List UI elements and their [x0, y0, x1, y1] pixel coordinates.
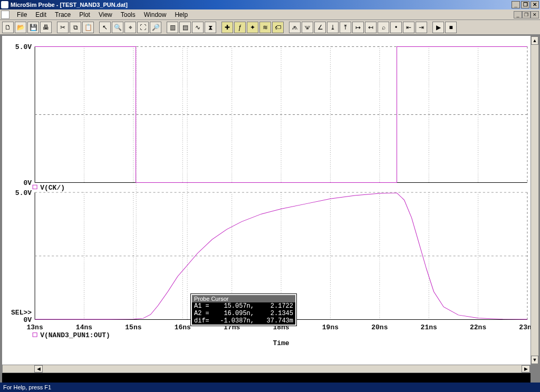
horizontal-scrollbar[interactable]: ◀ ▶: [2, 365, 531, 373]
toolbar-file-open[interactable]: 📂: [15, 22, 26, 33]
toolbar-print[interactable]: 🖶: [40, 22, 52, 33]
window-title: MicroSim Probe - [TEST_NAND3_PUN.dat]: [11, 2, 512, 8]
toolbar-cur-max[interactable]: ⤒: [340, 22, 351, 33]
scroll-down-icon[interactable]: ▼: [531, 356, 538, 364]
probe-cursor-title[interactable]: Probe Cursor: [192, 295, 295, 302]
toolbar-zoom-area[interactable]: ⌖: [124, 22, 136, 33]
doc-restore-button[interactable]: ❐: [522, 11, 531, 18]
probe-cursor-panel[interactable]: Probe Cursor A1 =15.057n,2.1722 A2 =16.0…: [191, 294, 296, 326]
toolbar-cur-peak[interactable]: ⩕: [289, 22, 301, 33]
toolbar-zoom-in[interactable]: 🔍: [112, 22, 123, 33]
toolbar-zoom-fit[interactable]: ⛶: [137, 22, 149, 33]
toolbar-cur-prev[interactable]: ↤: [365, 22, 377, 33]
chart-area[interactable]: 13ns14ns15ns16ns17ns18ns19ns20ns21ns22ns…: [2, 36, 531, 365]
svg-text:15ns: 15ns: [125, 325, 141, 331]
svg-text:Time: Time: [273, 340, 289, 347]
toolbar-trace-eval[interactable]: ƒ: [234, 22, 246, 33]
toolbar-cur-end[interactable]: ⇥: [416, 22, 427, 33]
svg-text:5.0V: 5.0V: [15, 44, 32, 51]
svg-text:22ns: 22ns: [470, 325, 486, 331]
toolbar-zoom-out[interactable]: 🔎: [150, 22, 161, 33]
svg-text:5.0V: 5.0V: [15, 190, 32, 197]
status-text: For Help, press F1: [3, 384, 51, 390]
toolbar-fft[interactable]: ∿: [192, 22, 204, 33]
doc-window-controls: _ ❐ ✕: [514, 11, 539, 18]
toolbar-cur-next[interactable]: ↦: [352, 22, 364, 33]
svg-rect-39: [33, 185, 37, 189]
close-button[interactable]: ✕: [531, 1, 539, 8]
toolbar-perf[interactable]: ⧗: [205, 22, 216, 33]
menubar: File Edit Trace Plot View Tools Window H…: [0, 9, 540, 20]
workspace: 13ns14ns15ns16ns17ns18ns19ns20ns21ns22ns…: [0, 35, 540, 383]
svg-rect-49: [33, 333, 37, 337]
svg-text:16ns: 16ns: [175, 325, 191, 331]
probe-cursor-row-a1: A1 =15.057n,2.1722: [192, 302, 295, 310]
doc-icon: [1, 11, 9, 19]
scroll-left-icon[interactable]: ◀: [34, 365, 43, 373]
minimize-button[interactable]: _: [512, 1, 520, 8]
toolbar-trace-avg[interactable]: ≋: [259, 22, 271, 33]
toolbar-sim-run[interactable]: ▶: [432, 22, 444, 33]
toolbar-cur-min[interactable]: ⤓: [327, 22, 339, 33]
svg-text:0V: 0V: [23, 180, 32, 187]
svg-text:V(NAND3_PUN1:OUT): V(NAND3_PUN1:OUT): [40, 332, 110, 339]
statusbar: For Help, press F1: [0, 383, 540, 392]
toolbar-trace-add[interactable]: ✚: [221, 22, 233, 33]
menu-help[interactable]: Help: [170, 10, 192, 19]
menu-trace[interactable]: Trace: [51, 10, 75, 19]
toolbar-file-new[interactable]: 🗋: [2, 22, 14, 33]
toolbar-log-y[interactable]: ▤: [179, 22, 191, 33]
svg-text:21ns: 21ns: [421, 325, 437, 331]
toolbar-trace-label[interactable]: 🏷: [272, 22, 284, 33]
svg-text:20ns: 20ns: [371, 325, 388, 331]
toolbar-cut[interactable]: ✂: [57, 22, 69, 33]
toolbar-file-save[interactable]: 💾: [27, 22, 39, 33]
menu-edit[interactable]: Edit: [31, 10, 51, 19]
app-icon: ◩: [1, 1, 8, 8]
scroll-right-icon[interactable]: ▶: [522, 365, 530, 373]
doc-close-button[interactable]: ✕: [531, 11, 539, 18]
probe-cursor-row-dif: dif=-1.0387n,37.743m: [192, 317, 295, 325]
maximize-button[interactable]: ❐: [521, 1, 529, 8]
svg-text:19ns: 19ns: [322, 325, 339, 331]
toolbar-log-x[interactable]: ▥: [167, 22, 178, 33]
svg-text:SEL>>: SEL>>: [11, 310, 32, 317]
vertical-scrollbar[interactable]: ▲ ▼: [531, 36, 539, 365]
svg-text:14ns: 14ns: [76, 325, 92, 331]
doc-minimize-button[interactable]: _: [514, 11, 522, 18]
scroll-up-icon[interactable]: ▲: [531, 36, 538, 45]
menu-window[interactable]: Window: [140, 10, 171, 19]
menu-view[interactable]: View: [94, 10, 117, 19]
toolbar-cur-point[interactable]: •: [390, 22, 402, 33]
menu-tools[interactable]: Tools: [117, 10, 140, 19]
toolbar-cursor[interactable]: ↖: [99, 22, 111, 33]
svg-text:0V: 0V: [23, 317, 32, 324]
svg-text:23ns: 23ns: [519, 325, 531, 331]
svg-text:13ns: 13ns: [26, 325, 43, 331]
toolbar: 🗋📂💾🖶✂⧉📋↖🔍⌖⛶🔎▥▤∿⧗✚ƒ✦≋🏷⩕⩖∠⤓⤒↦↤⌕•⇤⇥▶■: [0, 20, 540, 35]
toolbar-cur-slope[interactable]: ∠: [314, 22, 326, 33]
toolbar-cur-search[interactable]: ⌕: [378, 22, 389, 33]
probe-cursor-row-a2: A2 =16.095n,2.1345: [192, 310, 295, 317]
toolbar-cur-trough[interactable]: ⩖: [302, 22, 313, 33]
toolbar-trace-mark[interactable]: ✦: [247, 22, 258, 33]
toolbar-sim-stop[interactable]: ■: [445, 22, 457, 33]
titlebar: ◩ MicroSim Probe - [TEST_NAND3_PUN.dat] …: [0, 0, 540, 9]
menu-plot[interactable]: Plot: [75, 10, 94, 19]
scroll-thumb[interactable]: [43, 365, 522, 373]
menu-file[interactable]: File: [13, 10, 31, 19]
toolbar-cur-home[interactable]: ⇤: [403, 22, 414, 33]
toolbar-copy[interactable]: ⧉: [70, 22, 81, 33]
svg-text:V(CK/): V(CK/): [40, 184, 65, 191]
toolbar-paste[interactable]: 📋: [82, 22, 94, 33]
